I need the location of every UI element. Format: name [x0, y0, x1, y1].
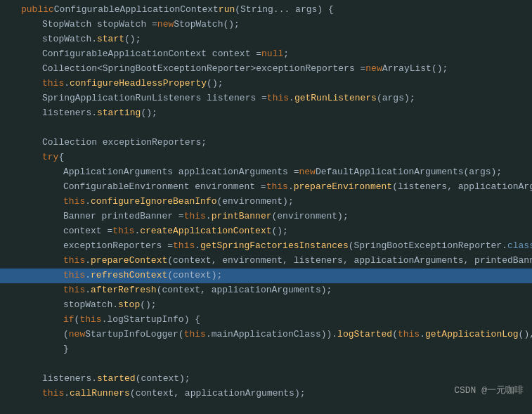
code-token: this	[63, 269, 85, 283]
code-token: ();	[207, 77, 223, 91]
code-token: (	[63, 328, 69, 342]
code-token: (String... args) {	[235, 3, 333, 18]
code-token: starting	[97, 106, 141, 121]
code-token: (context, applicationArguments);	[157, 283, 332, 298]
code-token: this	[266, 180, 288, 195]
code-token: ApplicationArguments applicationArgument…	[63, 165, 299, 180]
code-token: getRunListeners	[294, 91, 377, 106]
code-token: ();	[140, 298, 156, 313]
code-line: stopWatch.start();	[0, 32, 532, 47]
code-token: createApplicationContext	[140, 224, 271, 239]
code-token: start	[97, 32, 124, 47]
code-token: .	[85, 269, 91, 283]
code-line: ConfigurableEnvironment environment = th…	[0, 180, 532, 195]
code-token: Collection exceptionReporters;	[42, 136, 207, 150]
code-token: (listeners, applicationArguments);	[392, 180, 532, 195]
code-token: ConfigurableApplicationContext context =	[42, 47, 261, 62]
code-line: this.callRunners(context, applicationArg…	[0, 387, 532, 401]
code-token: .	[85, 195, 91, 209]
code-line: this.afterRefresh(context, applicationAr…	[0, 283, 532, 298]
code-token: ArrayList();	[382, 62, 448, 77]
code-token: started	[97, 372, 136, 387]
code-token: stopWatch.	[63, 298, 118, 313]
code-token: this	[184, 209, 206, 224]
code-token: ();	[141, 106, 157, 121]
code-token: .	[206, 209, 212, 224]
code-line: try {	[0, 150, 532, 165]
code-token: configureHeadlessProperty	[70, 77, 207, 91]
code-token: .	[64, 387, 70, 401]
code-line: this.configureHeadlessProperty();	[0, 77, 532, 91]
code-token: context =	[63, 224, 112, 239]
code-token: this	[267, 91, 289, 106]
code-token: new	[157, 18, 174, 32]
code-token: afterRefresh	[91, 283, 157, 298]
code-token: this	[79, 313, 101, 328]
code-token: (	[392, 328, 398, 342]
code-token: stop	[118, 298, 140, 313]
code-token: .mainApplicationClass)).	[206, 328, 337, 342]
code-token: callRunners	[70, 387, 130, 401]
code-token: ();	[124, 32, 141, 47]
code-token: }	[63, 342, 69, 357]
code-line: ConfigurableApplicationContext context =…	[0, 47, 532, 62]
code-line: exceptionReporters = this.getSpringFacto…	[0, 239, 532, 254]
code-token: SpringApplicationRunListeners listeners …	[42, 91, 267, 106]
code-token: (environment);	[216, 195, 293, 209]
code-token: .	[289, 91, 294, 106]
code-token: new	[299, 165, 315, 180]
code-line: Banner printedBanner = this.printBanner(…	[0, 209, 532, 224]
code-token: ;	[283, 47, 289, 62]
code-line: listeners.started(context);	[0, 372, 532, 387]
code-token: if	[63, 313, 74, 328]
code-token: .	[134, 224, 140, 239]
code-token: prepareContext	[91, 254, 167, 269]
code-token: this	[63, 283, 85, 298]
code-token: exceptionReporters =	[63, 239, 173, 254]
code-token: Collection	[42, 62, 97, 77]
code-token: (context);	[136, 372, 190, 387]
code-token: this	[63, 254, 85, 269]
code-token: this	[112, 224, 134, 239]
code-token: .	[64, 77, 70, 91]
code-token: <SpringBootExceptionReporter>	[97, 62, 256, 77]
code-token: this	[184, 328, 206, 342]
code-token: exceptionReporters =	[256, 62, 365, 77]
code-token: public	[21, 3, 54, 18]
code-line: ApplicationArguments applicationArgument…	[0, 165, 532, 180]
code-token: listeners.	[42, 372, 97, 387]
code-line	[0, 121, 532, 136]
code-token: .	[85, 283, 91, 298]
watermark: CSDN @一元咖啡	[454, 384, 524, 399]
code-token: .logStartupInfo) {	[102, 313, 200, 328]
code-editor: public ConfigurableApplicationContext ru…	[0, 0, 532, 414]
code-line: StopWatch stopWatch = new StopWatch();	[0, 18, 532, 32]
code-token: (SpringBootExceptionReporter.	[349, 239, 507, 254]
code-token: (environment);	[272, 209, 349, 224]
code-token: run	[219, 3, 235, 18]
code-token: prepareEnvironment	[294, 180, 392, 195]
code-line: public ConfigurableApplicationContext ru…	[0, 3, 532, 18]
code-token: (context, environment, listeners, applic…	[167, 254, 532, 269]
code-token: {	[58, 150, 64, 165]
code-token: .	[420, 328, 425, 342]
code-token: StopWatch stopWatch =	[42, 18, 157, 32]
code-token: new	[365, 62, 382, 77]
code-token: StartupInfoLogger(	[85, 328, 183, 342]
code-line: Collection exceptionReporters;	[0, 136, 532, 150]
code-token: ();	[271, 224, 287, 239]
code-line	[0, 357, 532, 372]
code-token: printBanner	[212, 209, 272, 224]
code-token: getApplicationLog	[425, 328, 519, 342]
code-token: null	[261, 47, 283, 62]
code-token: this	[398, 328, 420, 342]
code-token: DefaultApplicationArguments(args);	[316, 165, 502, 180]
code-token: (args);	[377, 91, 415, 106]
code-token: listeners.	[42, 106, 97, 121]
code-token: this	[173, 239, 195, 254]
code-line: this.configureIgnoreBeanInfo(environment…	[0, 195, 532, 209]
code-token: getSpringFactoriesInstances	[200, 239, 349, 254]
code-token: ConfigurableEnvironment environment =	[63, 180, 266, 195]
code-token: (context, applicationArguments);	[130, 387, 306, 401]
code-token: ConfigurableApplicationContext	[54, 3, 219, 18]
